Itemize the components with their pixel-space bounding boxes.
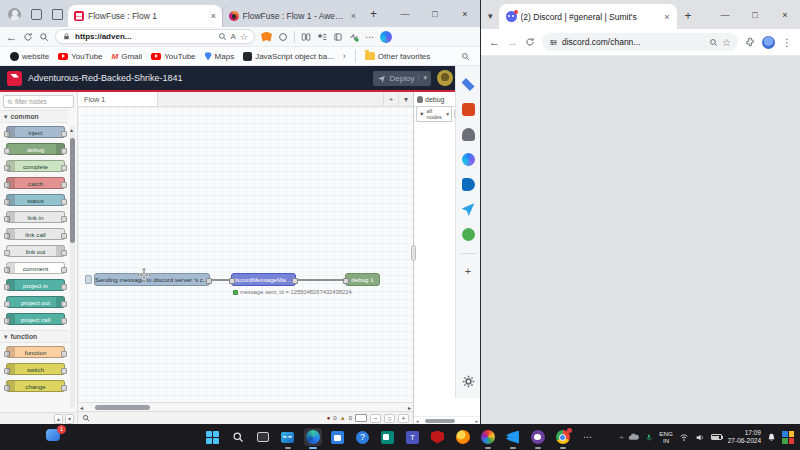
close-tab-icon[interactable]: × (664, 12, 669, 22)
bookmark-youtube[interactable]: YouTube (58, 52, 102, 61)
close-button[interactable]: × (770, 10, 800, 20)
telegram-icon[interactable] (462, 203, 475, 216)
minimize-button[interactable]: — (710, 10, 740, 20)
copilot-icon[interactable] (380, 31, 392, 43)
chrome-menu-icon[interactable]: ⋮ (782, 37, 792, 48)
tab-search-icon[interactable]: ▾ (488, 11, 493, 21)
discord-message-manager-node[interactable]: discordMessageManager (231, 273, 296, 286)
clock[interactable]: 17:09 27-06-2024 (728, 429, 761, 445)
profile-avatar-icon[interactable] (762, 36, 775, 49)
store-button[interactable] (329, 428, 347, 446)
new-tab-button[interactable]: + (370, 7, 377, 21)
zoom-icon[interactable] (218, 32, 227, 41)
shopping-tag-icon[interactable] (462, 78, 475, 91)
new-tab-button[interactable]: + (685, 9, 692, 23)
palette-node[interactable]: function (6, 346, 65, 358)
mic-tray-icon[interactable] (645, 433, 653, 442)
taskbar-search-button[interactable] (229, 428, 247, 446)
favorite-star-icon[interactable]: ☆ (240, 32, 248, 42)
firefox-button[interactable] (454, 428, 472, 446)
site-settings-icon[interactable] (549, 38, 558, 47)
zoom-icon[interactable] (709, 38, 718, 47)
palette-node[interactable]: project in (6, 279, 65, 291)
forward-button[interactable]: → (507, 36, 518, 48)
address-bar[interactable]: discord.com/chann... ☆ (542, 33, 738, 51)
palette-node[interactable]: switch (6, 363, 65, 375)
zoom-out-button[interactable]: − (370, 414, 381, 423)
palette-node[interactable]: inject (6, 126, 65, 138)
read-aloud-icon[interactable]: A (231, 32, 236, 41)
metamask-icon[interactable] (261, 32, 272, 42)
minimize-button[interactable]: — (390, 9, 420, 19)
palette-category-function[interactable]: ▾function (0, 330, 68, 343)
close-tab-icon[interactable]: × (211, 11, 216, 21)
debug-node[interactable]: debug 1 (345, 273, 380, 286)
profile-avatar-icon[interactable] (8, 8, 21, 21)
tab-flowfuse-awesome[interactable]: FlowFuse : Flow 1 - Awesom × (222, 5, 362, 27)
close-button[interactable]: × (450, 9, 480, 19)
monitoring-app-button[interactable] (279, 428, 297, 446)
maximize-button[interactable]: □ (420, 9, 450, 19)
palette-node[interactable]: project call (6, 313, 65, 325)
sidebar-search-icon[interactable] (461, 52, 470, 61)
palette-filter[interactable]: filter nodes (3, 95, 74, 108)
split-screen-icon[interactable] (301, 32, 311, 42)
palette-node[interactable]: link out (6, 245, 65, 257)
collapse-all-icon[interactable]: ▴ (54, 414, 63, 424)
bookmark-star-icon[interactable]: ☆ (722, 37, 731, 48)
wifi-icon[interactable] (679, 433, 689, 442)
outlook-icon[interactable] (462, 178, 475, 191)
color-app-button[interactable] (479, 428, 497, 446)
sidebar-copilot-icon[interactable] (462, 153, 475, 166)
palette-node[interactable]: debug (6, 143, 65, 155)
deploy-options-icon[interactable]: ▾ (418, 74, 427, 82)
refresh-icon[interactable] (525, 37, 535, 47)
search-flows-icon[interactable] (82, 414, 90, 422)
github-desktop-button[interactable] (529, 428, 547, 446)
flow-list-icon[interactable]: ▾ (398, 92, 413, 106)
tab-debug[interactable]: debug (414, 92, 456, 106)
bookmark-maps[interactable]: Maps (205, 52, 235, 61)
plant-app-icon[interactable] (462, 228, 475, 241)
add-flow-button[interactable]: + (383, 92, 398, 106)
meet-button[interactable] (379, 428, 397, 446)
chrome-taskbar-button[interactable] (554, 428, 572, 446)
chat-button[interactable]: 1 (46, 429, 62, 445)
notification-bell-icon[interactable] (767, 432, 776, 442)
palette-scrollbar[interactable]: ▴ (70, 126, 75, 408)
more-menu-icon[interactable]: ⋯ (365, 32, 374, 42)
volume-icon[interactable] (695, 433, 705, 442)
widgets-corner-icon[interactable] (782, 431, 795, 444)
vscode-button[interactable] (504, 428, 522, 446)
browser-essentials-icon[interactable] (349, 32, 359, 42)
tab-flowfuse-flow1[interactable]: FlowFuse : Flow 1 × (68, 5, 222, 27)
bookmark-js-object[interactable]: JavaScript object ba... (243, 52, 334, 61)
navigator-toggle-icon[interactable] (355, 414, 367, 422)
palette-node[interactable]: link call (6, 228, 65, 240)
bookmark-gmail[interactable]: MGmail (112, 52, 143, 61)
onedrive-icon[interactable] (628, 433, 639, 441)
start-button[interactable] (204, 428, 222, 446)
customize-sidebar-icon[interactable]: + (465, 266, 471, 276)
canvas-horizontal-scrollbar[interactable]: ◂▸ (78, 402, 413, 411)
debug-scrollbar[interactable]: ◂▸ (414, 416, 480, 424)
bookmark-youtube-2[interactable]: YouTube (151, 52, 195, 61)
palette-node[interactable]: status (6, 194, 65, 206)
extensions-icon[interactable] (745, 37, 755, 47)
palette-node[interactable]: link in (6, 211, 65, 223)
help-button[interactable]: ? (354, 428, 372, 446)
flow-canvas[interactable]: Sending message to discord server 's cha… (78, 107, 413, 402)
games-icon[interactable] (462, 128, 475, 141)
sidebar-resize-handle[interactable] (411, 245, 416, 261)
palette-category-common[interactable]: ▾common (0, 110, 68, 123)
palette-node[interactable]: catch (6, 177, 65, 189)
search-icon[interactable] (39, 32, 49, 42)
sidebar-settings-icon[interactable] (462, 375, 475, 388)
back-button[interactable]: ← (489, 36, 500, 48)
back-button[interactable]: ← (6, 31, 17, 43)
flow-tab[interactable]: Flow 1 (78, 92, 158, 106)
edge-taskbar-button[interactable] (304, 428, 322, 446)
user-avatar[interactable] (437, 70, 453, 86)
workspaces-icon[interactable] (31, 9, 42, 20)
expand-all-icon[interactable]: ▾ (65, 414, 74, 424)
